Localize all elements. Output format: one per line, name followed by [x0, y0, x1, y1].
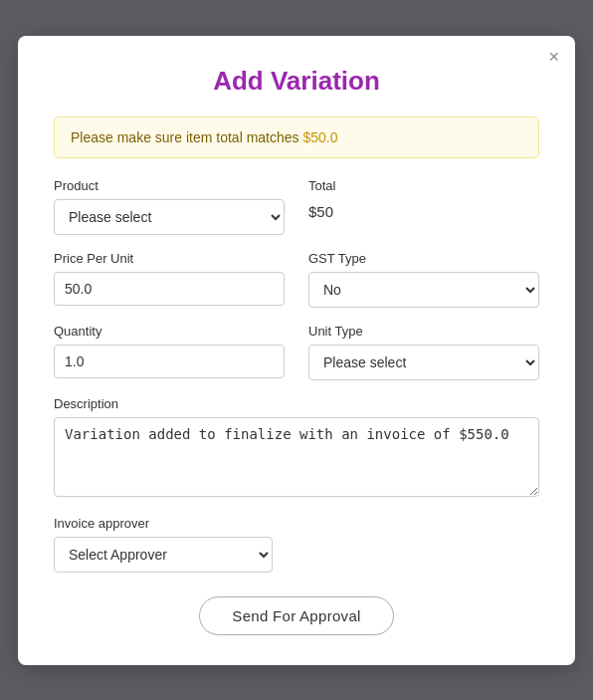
quantity-input[interactable]	[54, 345, 285, 378]
unit-type-select[interactable]: Please select	[308, 345, 539, 380]
modal-title: Add Variation	[54, 66, 539, 97]
description-row: Description Variation added to finalize …	[54, 396, 539, 500]
approver-select[interactable]: Select Approver	[54, 537, 273, 573]
product-total-row: Product Please select Total $50	[54, 178, 539, 235]
product-label: Product	[54, 178, 285, 193]
alert-amount: $50.0	[302, 129, 337, 145]
price-label: Price Per Unit	[54, 251, 285, 266]
product-select[interactable]: Please select	[54, 199, 285, 235]
modal-container: × Add Variation Please make sure item to…	[18, 36, 575, 665]
quantity-col: Quantity	[54, 324, 285, 380]
unit-type-label: Unit Type	[308, 324, 539, 339]
unit-type-col: Unit Type Please select	[308, 324, 539, 380]
price-gst-row: Price Per Unit GST Type No Yes	[54, 251, 539, 308]
description-textarea[interactable]: Variation added to finalize with an invo…	[54, 417, 539, 497]
total-label: Total	[308, 178, 539, 193]
alert-text: Please make sure item total matches	[71, 129, 302, 145]
description-label: Description	[54, 396, 539, 411]
approver-label: Invoice approver	[54, 516, 539, 531]
quantity-unit-row: Quantity Unit Type Please select	[54, 324, 539, 380]
gst-label: GST Type	[308, 251, 539, 266]
gst-col: GST Type No Yes	[308, 251, 539, 308]
gst-select[interactable]: No Yes	[308, 272, 539, 308]
send-for-approval-button[interactable]: Send For Approval	[199, 596, 393, 635]
price-col: Price Per Unit	[54, 251, 285, 308]
submit-row: Send For Approval	[54, 596, 539, 635]
quantity-label: Quantity	[54, 324, 285, 339]
approver-row: Invoice approver Select Approver	[54, 516, 539, 573]
alert-box: Please make sure item total matches $50.…	[54, 117, 539, 158]
product-col: Product Please select	[54, 178, 285, 235]
total-col: Total $50	[308, 178, 539, 235]
close-button[interactable]: ×	[548, 48, 559, 66]
price-input[interactable]	[54, 272, 285, 306]
total-value: $50	[308, 199, 539, 220]
